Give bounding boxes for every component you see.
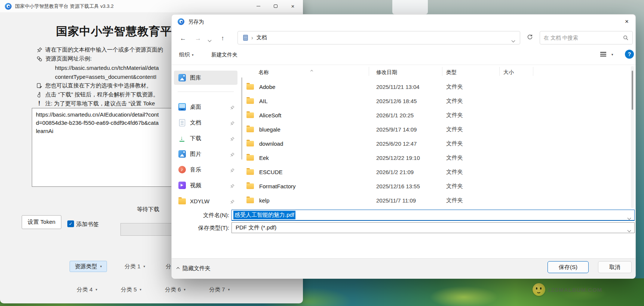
instruction-text: contentType=assets_document&contentI: [55, 74, 156, 80]
savetype-select[interactable]: PDF 文件 (*.pdf): [231, 222, 635, 233]
file-type: 文件夹: [446, 183, 502, 190]
folder-icon: [246, 127, 254, 132]
folder-icon: [246, 112, 254, 118]
filter-dropdown[interactable]: 分类 7 ▾: [206, 284, 233, 295]
chevron-down-icon: ▾: [192, 53, 194, 57]
minimize-button[interactable]: [250, 0, 267, 12]
filter-dropdown[interactable]: 分类 5 ▾: [118, 284, 144, 295]
search-input[interactable]: [544, 32, 619, 44]
help-icon[interactable]: ?: [625, 50, 634, 59]
cancel-button[interactable]: 取消: [598, 261, 632, 273]
dialog-footer: 隐藏文件夹 保存(S) 取消: [172, 258, 635, 279]
view-chevron-icon[interactable]: ▾: [611, 53, 613, 56]
column-divider[interactable]: [442, 67, 442, 76]
sidebar-item[interactable]: 文档: [174, 115, 237, 130]
file-date-modified: 2025/12/16 13:55: [376, 183, 446, 189]
breadcrumb-documents[interactable]: 文档: [257, 34, 267, 41]
column-divider[interactable]: [369, 67, 369, 76]
up-button[interactable]: ↑: [221, 35, 224, 42]
file-list-scrollbar[interactable]: [631, 66, 634, 208]
filename-chevron-icon[interactable]: [628, 214, 631, 221]
file-row[interactable]: AIL 2025/12/6 18:45 文件夹: [243, 94, 629, 108]
recent-locations-chevron-icon[interactable]: [208, 36, 211, 43]
maximize-button[interactable]: [267, 0, 284, 12]
dialog-title: 另存为: [188, 19, 204, 25]
back-button[interactable]: ←: [180, 35, 186, 42]
sidebar-scrollbar[interactable]: [241, 77, 242, 160]
column-header-name[interactable]: 名称: [258, 69, 269, 76]
file-type: 文件夹: [446, 169, 502, 176]
forward-button[interactable]: →: [195, 35, 201, 42]
pin-icon: [230, 152, 234, 158]
sidebar-item[interactable]: 桌面: [174, 100, 237, 114]
sidebar-item[interactable]: 音乐: [174, 163, 237, 177]
refresh-icon[interactable]: [527, 34, 533, 41]
search-icon[interactable]: [623, 35, 629, 42]
sidebar-item-label: 文档: [190, 119, 201, 126]
column-header-date[interactable]: 修改日期: [376, 69, 397, 76]
save-button[interactable]: 保存(S): [548, 261, 589, 273]
sidebar-item[interactable]: 图库: [174, 71, 237, 85]
filter-dropdown[interactable]: 分类 4 ▾: [74, 284, 100, 295]
app-titlebar[interactable]: 国家中小学智慧教育平台 资源下载工具 v3.3.2 ×: [0, 0, 303, 12]
new-folder-button[interactable]: 新建文件夹: [211, 52, 237, 58]
dialog-close-button[interactable]: ×: [618, 15, 635, 29]
bookmark-checkbox[interactable]: ✓: [67, 220, 74, 227]
chevron-down-icon: ▾: [184, 288, 186, 291]
scrollbar-thumb[interactable]: [632, 71, 633, 110]
organize-button[interactable]: 组织 ▾: [179, 52, 194, 58]
column-header-type[interactable]: 类型: [446, 69, 457, 76]
sidebar-item-label: 桌面: [190, 103, 201, 111]
view-list-icon[interactable]: [600, 52, 606, 56]
app-title: 国家中小学智慧教育平台 资源下载工具 v3.3.2: [15, 3, 114, 10]
close-button[interactable]: ×: [284, 0, 301, 12]
savetype-label: 保存类型(T):: [172, 225, 229, 232]
watermark: 1ZSMALBUM.COM: [533, 283, 602, 296]
file-row[interactable]: bluegale 2025/9/17 14:09 文件夹: [243, 122, 629, 136]
column-divider[interactable]: [499, 67, 500, 76]
status-label: 等待下载: [137, 206, 159, 213]
file-type: 文件夹: [446, 83, 502, 90]
dialog-logo-icon: [178, 18, 184, 25]
file-row[interactable]: download 2025/6/20 12:47 文件夹: [243, 136, 629, 151]
file-row[interactable]: FormatFactory 2025/12/16 13:55 文件夹: [243, 179, 629, 193]
instruction-text: 请在下面的文本框中输入一个或多个资源页面的: [45, 46, 163, 53]
set-token-button[interactable]: 设置 Token: [22, 215, 61, 229]
sidebar-item-label: 视频: [190, 182, 201, 189]
file-name: AIL: [259, 98, 376, 104]
address-bar[interactable]: › 文档: [237, 31, 520, 44]
pin-icon: [230, 105, 234, 111]
toolbar-divider: [172, 65, 635, 65]
file-row[interactable]: Eek 2025/12/22 19:10 文件夹: [243, 151, 629, 165]
file-row[interactable]: Adobe 2025/11/21 13:04 文件夹: [243, 80, 629, 94]
instruction-text: 资源页面网址示例:: [45, 55, 92, 62]
savetype-chevron-icon: [628, 226, 631, 233]
file-name: bluegale: [259, 126, 376, 133]
maximize-icon: [274, 4, 277, 8]
folder-icon: [246, 155, 254, 161]
filter-dropdown[interactable]: 分类 6 ▾: [162, 284, 188, 295]
instruction-bullet-icon: !: [36, 55, 43, 62]
filter-dropdown[interactable]: 资源类型 ▾: [70, 261, 107, 272]
file-row[interactable]: AliceSoft 2026/1/1 20:25 文件夹: [243, 108, 629, 122]
filter-label: 分类 4: [77, 286, 93, 293]
filter-label: 分类 6: [165, 286, 181, 293]
column-divider[interactable]: [533, 67, 533, 76]
instruction-bullet-icon: !: [36, 82, 43, 89]
window-controls: ×: [250, 0, 301, 12]
sidebar-item[interactable]: XDYLW: [174, 194, 237, 208]
instruction-bullet-icon: !: [36, 46, 43, 53]
hide-folders-toggle[interactable]: 隐藏文件夹: [177, 265, 211, 272]
file-row[interactable]: kelp 2025/11/7 11:09 文件夹: [243, 193, 629, 207]
save-as-dialog: 另存为 × ← → ↑ › 文档 组织 ▾ 新建文件夹 ▾ ?: [171, 14, 636, 278]
address-dropdown-chevron-icon[interactable]: [512, 37, 515, 43]
file-row[interactable]: ESCUDE 2026/1/2 21:09 文件夹: [243, 165, 629, 179]
sidebar-item[interactable]: 图片: [174, 147, 237, 161]
filename-input[interactable]: 感受人工智能的魅力.pdf: [231, 210, 635, 221]
sidebar-item[interactable]: 视频: [174, 178, 237, 192]
sidebar-item[interactable]: 下载: [174, 131, 237, 145]
file-date-modified: 2025/11/21 13:04: [376, 84, 446, 90]
filter-dropdown[interactable]: 分类 1 ▾: [122, 261, 148, 272]
column-header-size[interactable]: 大小: [503, 69, 514, 76]
sort-ascending-icon[interactable]: [311, 67, 313, 74]
